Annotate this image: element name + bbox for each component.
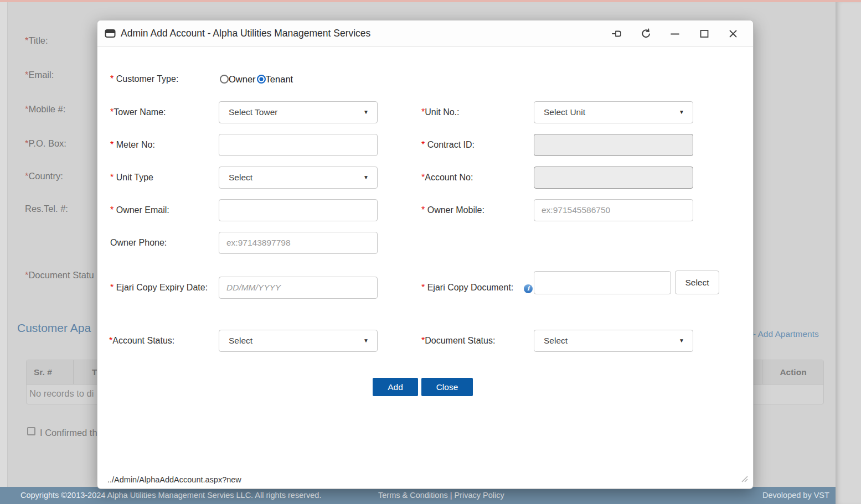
bg-label-email: *Email:	[25, 70, 54, 80]
meter-no-label: * Meter No:	[110, 134, 155, 156]
ejari-document-input[interactable]	[534, 271, 671, 294]
ejari-expiry-date-input[interactable]	[219, 277, 378, 299]
pin-icon[interactable]	[609, 25, 625, 42]
contract-id-label: * Contract ID:	[421, 134, 475, 156]
top-edge-accent-bar	[0, 0, 861, 2]
tenant-radio[interactable]	[257, 75, 266, 84]
unit-type-label: * Unit Type	[110, 167, 153, 189]
chevron-down-icon: ▼	[363, 102, 369, 123]
unit-no-select[interactable]: Select Unit ▼	[534, 101, 693, 123]
footer-developed-by: Devoloped by VST	[762, 487, 829, 504]
unit-type-select[interactable]: Select ▼	[219, 167, 378, 189]
add-apartments-link[interactable]: + Add Apartments	[751, 329, 819, 339]
contract-id-input	[534, 134, 693, 156]
dialog-title: Admin Add Account - Alpha Utilities Mana…	[121, 28, 370, 39]
tower-name-label: *Tower Name:	[110, 101, 166, 123]
tenant-radio-label: Tenant	[266, 74, 293, 85]
column-divider	[762, 360, 762, 385]
owner-mobile-label: * Owner Mobile:	[421, 199, 484, 221]
column-header-action: Action	[762, 367, 824, 377]
confirm-checkbox[interactable]	[27, 427, 35, 435]
chevron-down-icon: ▼	[363, 167, 369, 188]
customer-type-label: * Customer Type:	[110, 68, 178, 90]
account-status-label: *Account Status:	[109, 330, 174, 352]
window-left-edge	[0, 2, 8, 504]
column-divider	[73, 360, 74, 385]
account-status-select[interactable]: Select ▼	[219, 330, 378, 352]
chevron-down-icon: ▼	[679, 330, 684, 351]
column-header-sr: Sr. #	[34, 367, 52, 377]
bg-label-title: *Title:	[25, 35, 48, 46]
owner-email-input[interactable]	[219, 199, 378, 221]
maximize-icon[interactable]	[696, 25, 713, 42]
owner-mobile-input[interactable]	[534, 199, 693, 221]
account-no-label: *Account No:	[421, 167, 473, 189]
chevron-down-icon: ▼	[363, 330, 369, 351]
bg-label-mobile: *Mobile #:	[25, 104, 65, 115]
bg-label-pobox: *P.O. Box:	[25, 138, 66, 149]
owner-radio[interactable]	[220, 75, 229, 84]
chevron-down-icon: ▼	[679, 102, 684, 123]
no-records-text: No records to di	[29, 388, 94, 399]
resize-grip-icon[interactable]	[739, 473, 749, 483]
customer-type-radio-group: Owner Tenant	[220, 68, 293, 90]
confirm-checkbox-label: I Confirmed th	[40, 428, 97, 438]
bg-label-country: *Country:	[25, 171, 63, 181]
bg-label-document-status: *Document Statu	[25, 270, 94, 280]
ejari-document-label: * Ejari Copy Document:	[421, 277, 513, 299]
owner-phone-label: Owner Phone:	[110, 232, 167, 254]
ejari-document-select-button[interactable]: Select	[675, 271, 719, 294]
scrollbar-track[interactable]	[836, 2, 861, 504]
dialog-window-icon	[105, 29, 116, 38]
unit-no-label: *Unit No.:	[421, 101, 459, 123]
add-button[interactable]: Add	[373, 378, 418, 396]
admin-add-account-dialog: Admin Add Account - Alpha Utilities Mana…	[97, 20, 754, 489]
dialog-titlebar[interactable]: Admin Add Account - Alpha Utilities Mana…	[97, 20, 753, 47]
meter-no-input[interactable]	[219, 134, 378, 156]
refresh-icon[interactable]	[637, 25, 654, 42]
document-status-label: *Document Status:	[421, 330, 495, 352]
info-icon[interactable]: i	[524, 284, 533, 293]
document-status-select[interactable]: Select ▼	[534, 330, 693, 352]
close-button[interactable]: Close	[421, 378, 473, 396]
dialog-status-url: ../Admin/AlphaAddAccount.aspx?new	[107, 470, 241, 490]
minimize-icon[interactable]	[667, 25, 683, 42]
tower-name-select[interactable]: Select Tower ▼	[219, 101, 378, 123]
bg-label-res-tel: Res.Tel. #:	[25, 204, 68, 214]
ejari-expiry-label: * Ejari Copy Expiry Date:	[110, 277, 208, 299]
account-no-input	[534, 167, 693, 189]
footer-terms-privacy-links[interactable]: Terms & Conditions | Privacy Policy	[378, 487, 504, 504]
owner-email-label: * Owner Email:	[110, 199, 169, 221]
owner-phone-input[interactable]	[219, 232, 378, 254]
customer-apartments-heading: Customer Apa	[17, 321, 91, 335]
close-icon[interactable]	[725, 25, 741, 42]
owner-radio-label: Owner	[229, 74, 256, 85]
